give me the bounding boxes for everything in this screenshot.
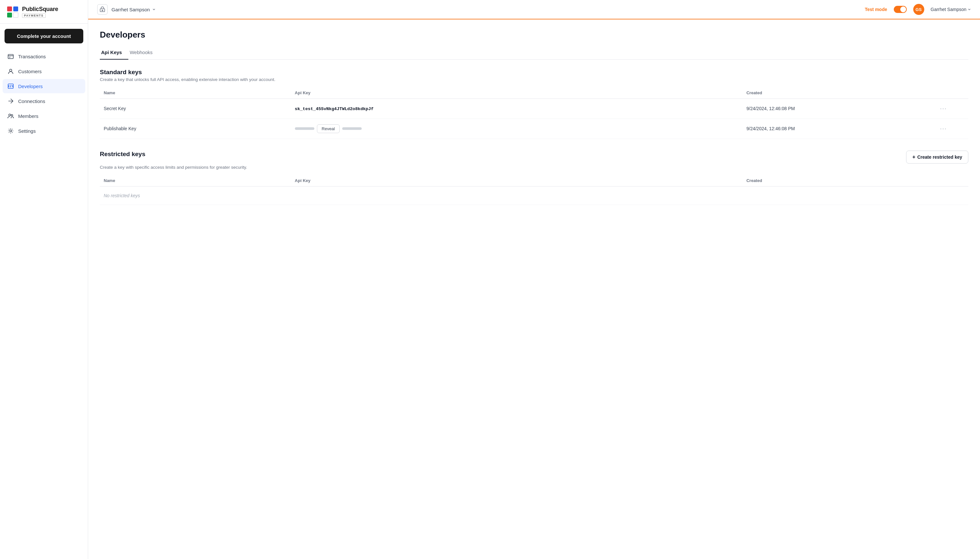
logo-area: PublicSquare PAYMENTS [0, 0, 88, 24]
svg-rect-2 [7, 13, 12, 18]
connections-icon [7, 98, 14, 104]
content-area: Developers Api Keys Webhooks Standard ke… [88, 20, 980, 559]
brand-badge: PAYMENTS [22, 13, 46, 18]
customers-icon [7, 68, 14, 75]
transactions-icon [7, 53, 14, 60]
standard-keys-desc: Create a key that unlocks full API acces… [100, 77, 968, 82]
brand-name: PublicSquare [22, 6, 58, 13]
sidebar-item-connections[interactable]: Connections [3, 94, 85, 108]
svg-point-11 [102, 10, 103, 11]
store-name: Garrhet Sampson [111, 7, 150, 12]
svg-point-7 [9, 114, 11, 116]
secret-key-action: ··· [934, 98, 968, 119]
logo-icon [7, 6, 19, 18]
page-tabs: Api Keys Webhooks [100, 46, 968, 60]
restricted-keys-title: Restricted keys [100, 150, 145, 158]
store-selector[interactable]: Garrhet Sampson [97, 4, 156, 15]
toggle-knob [900, 7, 906, 12]
settings-icon [7, 127, 14, 134]
restricted-keys-header: Restricted keys + Create restricted key [100, 150, 968, 164]
no-restricted-keys-row: No restricted keys [100, 186, 968, 205]
main-content: Garrhet Sampson Test mode GS Garrhet Sam… [88, 0, 980, 559]
test-mode-toggle[interactable] [894, 6, 907, 13]
user-chevron-icon [968, 8, 971, 11]
col-header-action [934, 87, 968, 99]
restricted-col-created: Created [743, 175, 934, 187]
reveal-button[interactable]: Reveal [317, 124, 340, 133]
secret-key-created: 9/24/2024, 12:46:08 PM [743, 98, 934, 119]
sidebar-item-customers[interactable]: Customers [3, 64, 85, 78]
topbar: Garrhet Sampson Test mode GS Garrhet Sam… [88, 0, 980, 20]
standard-keys-section: Standard keys Create a key that unlocks … [100, 69, 968, 139]
svg-point-8 [12, 115, 13, 116]
tab-webhooks[interactable]: Webhooks [128, 46, 159, 60]
complete-account-button[interactable]: Complete your account [5, 29, 83, 43]
sidebar-item-settings[interactable]: Settings [3, 124, 85, 138]
col-header-name: Name [100, 87, 291, 99]
svg-rect-3 [13, 13, 18, 18]
page-title: Developers [100, 30, 968, 40]
plus-icon: + [912, 154, 915, 160]
col-header-apikey: Api Key [291, 87, 743, 99]
topbar-right: Test mode GS Garrhet Sampson [865, 4, 971, 15]
table-row: Publishable Key Reveal 9/24/2024, 12:46:… [100, 119, 968, 139]
sidebar-item-transactions[interactable]: Transactions [3, 49, 85, 63]
sidebar-item-developers-label: Developers [18, 84, 43, 89]
mask-dots-left [295, 127, 314, 130]
standard-keys-table: Name Api Key Created Secret Key sk_test_… [100, 87, 968, 139]
sidebar-item-developers[interactable]: Developers [3, 79, 85, 93]
publishable-key-created: 9/24/2024, 12:46:08 PM [743, 119, 934, 139]
restricted-col-name: Name [100, 175, 291, 187]
svg-rect-0 [7, 7, 12, 12]
svg-rect-1 [13, 7, 18, 12]
svg-point-5 [10, 69, 12, 71]
secret-key-value: sk_test_45SvNkg4JTWLd2o8kdkpJf [291, 98, 743, 119]
store-chevron-icon [152, 8, 156, 11]
no-keys-label: No restricted keys [100, 186, 968, 205]
publishable-key-more-button[interactable]: ··· [937, 124, 950, 134]
publishable-key-value: Reveal [291, 119, 743, 139]
sidebar-item-members-label: Members [18, 113, 38, 119]
sidebar-item-transactions-label: Transactions [18, 54, 46, 59]
store-icon [97, 4, 108, 15]
sidebar-item-customers-label: Customers [18, 69, 42, 74]
secret-key-more-button[interactable]: ··· [937, 104, 950, 113]
restricted-col-action [934, 175, 968, 187]
create-restricted-key-label: Create restricted key [917, 154, 962, 160]
restricted-keys-section: Restricted keys + Create restricted key … [100, 150, 968, 205]
tab-api-keys[interactable]: Api Keys [100, 46, 128, 60]
restricted-keys-title-block: Restricted keys [100, 150, 145, 159]
svg-rect-4 [8, 55, 13, 59]
user-name-label: Garrhet Sampson [931, 7, 967, 12]
user-avatar: GS [913, 4, 924, 15]
sidebar-nav: Transactions Customers Developers [0, 46, 88, 141]
restricted-col-apikey: Api Key [291, 175, 743, 187]
create-restricted-key-button[interactable]: + Create restricted key [906, 150, 968, 164]
sidebar-item-connections-label: Connections [18, 98, 45, 104]
table-row: Secret Key sk_test_45SvNkg4JTWLd2o8kdkpJ… [100, 98, 968, 119]
sidebar-item-settings-label: Settings [18, 128, 36, 134]
sidebar: PublicSquare PAYMENTS Complete your acco… [0, 0, 88, 559]
user-menu[interactable]: Garrhet Sampson [931, 7, 971, 12]
publishable-key-action: ··· [934, 119, 968, 139]
restricted-keys-desc: Create a key with specific access limits… [100, 165, 968, 170]
col-header-created: Created [743, 87, 934, 99]
masked-key-container: Reveal [295, 124, 739, 133]
sidebar-item-members[interactable]: Members [3, 109, 85, 123]
publishable-key-name: Publishable Key [100, 119, 291, 139]
test-mode-label: Test mode [865, 7, 887, 12]
members-icon [7, 112, 14, 119]
secret-key-name: Secret Key [100, 98, 291, 119]
standard-keys-title: Standard keys [100, 69, 968, 76]
developers-icon [7, 83, 14, 90]
mask-dots-right [342, 127, 361, 130]
svg-rect-10 [100, 9, 104, 12]
restricted-keys-table: Name Api Key Created No restricted keys [100, 175, 968, 205]
svg-point-9 [10, 130, 12, 132]
